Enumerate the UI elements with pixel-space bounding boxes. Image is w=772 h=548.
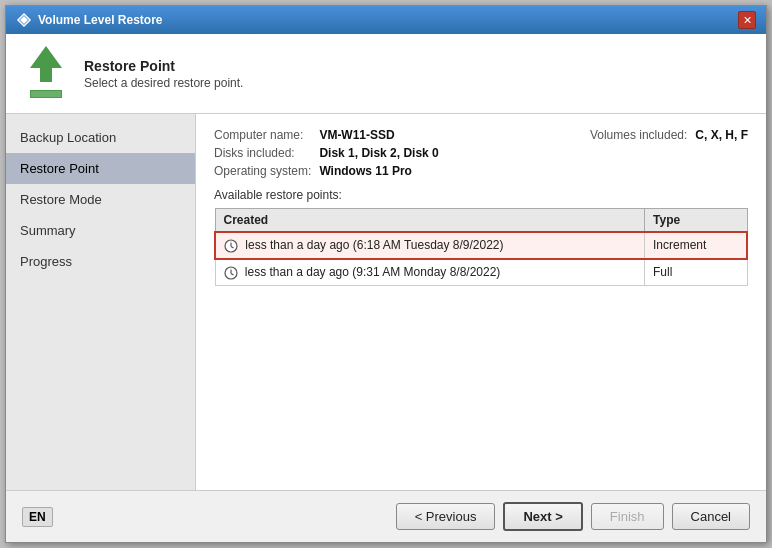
disks-value: Disk 1, Disk 2, Disk 0 <box>319 146 582 160</box>
restore-icon <box>22 50 70 98</box>
volumes-label: Volumes included: <box>590 128 687 142</box>
sidebar-item-restore-point[interactable]: Restore Point <box>6 153 195 184</box>
restore-points-table: Created Type <box>214 208 748 286</box>
clock-icon-1 <box>224 239 238 253</box>
sidebar: Backup Location Restore Point Restore Mo… <box>6 114 196 490</box>
header-area: Restore Point Select a desired restore p… <box>6 34 766 114</box>
os-value: Windows 11 Pro <box>319 164 582 178</box>
computer-name-label: Computer name: <box>214 128 311 142</box>
next-button[interactable]: Next > <box>503 502 582 531</box>
sidebar-item-restore-mode[interactable]: Restore Mode <box>6 184 195 215</box>
sidebar-item-progress[interactable]: Progress <box>6 246 195 277</box>
os-label: Operating system: <box>214 164 311 178</box>
header-subtitle: Select a desired restore point. <box>84 76 243 90</box>
finish-button[interactable]: Finish <box>591 503 664 530</box>
row-created-2: less than a day ago (9:31 AM Monday 8/8/… <box>215 259 645 285</box>
main-panel: Computer name: VM-W11-SSD Volumes includ… <box>196 114 766 490</box>
titlebar: Volume Level Restore ✕ <box>6 6 766 34</box>
header-title: Restore Point <box>84 58 243 74</box>
content-area: Backup Location Restore Point Restore Mo… <box>6 114 766 490</box>
info-grid: Computer name: VM-W11-SSD Volumes includ… <box>214 128 748 178</box>
cancel-button[interactable]: Cancel <box>672 503 750 530</box>
close-button[interactable]: ✕ <box>738 11 756 29</box>
row-type-2: Full <box>645 259 747 285</box>
table-row[interactable]: less than a day ago (9:31 AM Monday 8/8/… <box>215 259 747 285</box>
main-window: Volume Level Restore ✕ Restore Point Sel… <box>5 5 767 543</box>
locale-badge: EN <box>22 507 53 527</box>
window-icon <box>16 12 32 28</box>
row-created-1: less than a day ago (6:18 AM Tuesday 8/9… <box>215 232 645 259</box>
table-row[interactable]: less than a day ago (6:18 AM Tuesday 8/9… <box>215 232 747 259</box>
volumes-value: C, X, H, F <box>695 128 748 142</box>
footer: EN < Previous Next > Finish Cancel <box>6 490 766 542</box>
previous-button[interactable]: < Previous <box>396 503 496 530</box>
window-title: Volume Level Restore <box>38 13 163 27</box>
titlebar-left: Volume Level Restore <box>16 12 163 28</box>
col-created: Created <box>215 209 645 233</box>
available-label: Available restore points: <box>214 188 748 202</box>
sidebar-item-backup-location[interactable]: Backup Location <box>6 122 195 153</box>
row-type-1: Increment <box>645 232 747 259</box>
sidebar-item-summary[interactable]: Summary <box>6 215 195 246</box>
header-text: Restore Point Select a desired restore p… <box>84 58 243 90</box>
computer-name-value: VM-W11-SSD <box>319 128 582 142</box>
disks-label: Disks included: <box>214 146 311 160</box>
clock-icon-2 <box>224 266 238 280</box>
col-type: Type <box>645 209 747 233</box>
